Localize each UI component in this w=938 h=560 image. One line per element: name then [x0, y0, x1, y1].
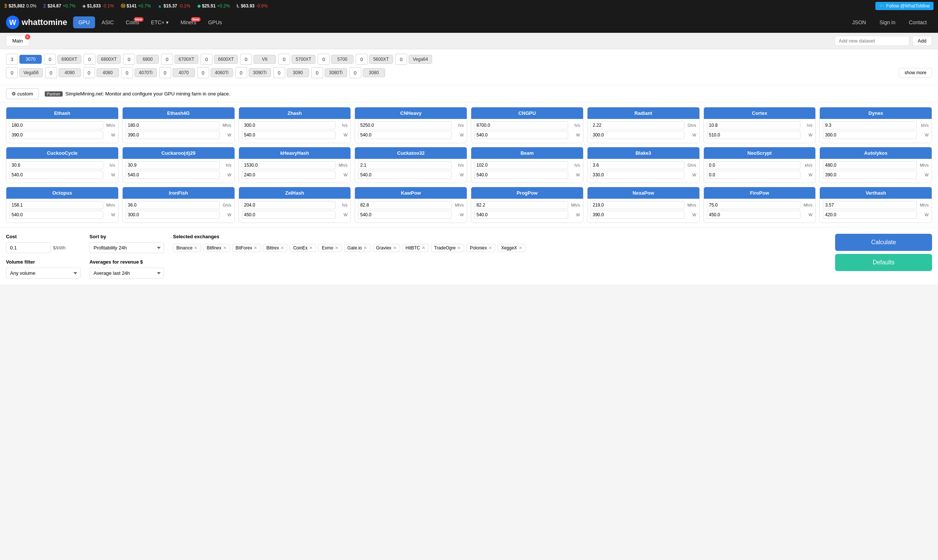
averages-select[interactable]: Average last 24hAverage last 1hCurrent — [89, 268, 164, 278]
gpu-label-vega56[interactable]: Vega56 — [19, 68, 43, 77]
gpu-qty-3090[interactable] — [273, 67, 285, 78]
algo-hashrate-input-octopus[interactable] — [9, 201, 103, 209]
nav-gpu[interactable]: GPU — [73, 16, 95, 28]
algo-power-input-autolykos[interactable] — [823, 171, 917, 179]
gpu-qty-6900xt[interactable] — [44, 54, 56, 65]
exchange-remove-bittrex[interactable]: ✕ — [280, 245, 284, 251]
algo-hashrate-input-cuckatoo32[interactable] — [358, 161, 452, 169]
algo-power-input-octopus[interactable] — [9, 211, 103, 219]
defaults-button[interactable]: Defaults — [835, 254, 932, 271]
gpu-label-4080[interactable]: 4080 — [97, 68, 119, 77]
gpu-qty-6600xt[interactable] — [201, 54, 212, 65]
gpu-qty-6700xt[interactable] — [161, 54, 173, 65]
gpu-qty-3070[interactable] — [6, 54, 18, 65]
gpu-qty-6800[interactable] — [123, 54, 135, 65]
algo-header-octopus[interactable]: Octopus — [6, 187, 118, 199]
volume-select[interactable]: Any volumeHigh volumeMedium volume — [6, 268, 80, 278]
algo-hashrate-input-radiant[interactable] — [590, 121, 684, 129]
dataset-input[interactable] — [835, 36, 909, 46]
gpu-qty-vega56[interactable] — [6, 67, 18, 78]
algo-power-input-cortex[interactable] — [707, 131, 801, 139]
algo-power-input-kheavyhash[interactable] — [242, 171, 336, 179]
gpu-qty-vii[interactable] — [240, 54, 252, 65]
algo-power-input-zelhash[interactable] — [242, 211, 336, 219]
algo-hashrate-input-kawpow[interactable] — [358, 201, 452, 209]
gpu-label-6600xt[interactable]: 6600XT — [214, 55, 238, 64]
gpu-label-4060ti[interactable]: 4060Ti — [211, 68, 233, 77]
exchange-remove-graviex[interactable]: ✕ — [393, 245, 397, 251]
nav-etc[interactable]: ETC+ ▾ — [146, 16, 174, 28]
gpu-label-3070[interactable]: 3070 — [19, 55, 42, 64]
algo-power-input-ironfish[interactable] — [126, 211, 220, 219]
algo-hashrate-input-blake3[interactable] — [590, 161, 684, 169]
algo-header-dynex[interactable]: Dynex — [820, 108, 932, 119]
algo-header-zelhash[interactable]: ZelHash — [239, 187, 351, 199]
gpu-qty-3080ti[interactable] — [311, 67, 323, 78]
gpu-label-4090[interactable]: 4090 — [58, 68, 81, 77]
algo-header-cuckarood29[interactable]: Cuckaroo(d)29 — [123, 147, 235, 159]
exchange-remove-xeggex[interactable]: ✕ — [518, 245, 522, 251]
gpu-qty-4070ti[interactable] — [121, 67, 133, 78]
algo-hashrate-input-neoscrypt[interactable] — [707, 161, 801, 169]
algo-header-zhash[interactable]: Zhash — [239, 108, 351, 119]
algo-hashrate-input-cnheavy[interactable] — [358, 121, 452, 129]
algo-power-input-cuckarood29[interactable] — [126, 171, 220, 179]
algo-power-input-progpow[interactable] — [474, 211, 568, 219]
algo-hashrate-input-dynex[interactable] — [823, 121, 917, 129]
sortby-select[interactable]: Profitability 24hProfitability 1hProfita… — [89, 242, 164, 253]
algo-power-input-beam[interactable] — [474, 171, 568, 179]
algo-header-autolykos[interactable]: Autolykos — [820, 147, 932, 159]
algo-power-input-neoscrypt[interactable] — [707, 171, 801, 179]
algo-power-input-verthash[interactable] — [823, 211, 917, 219]
gpu-qty-4070[interactable] — [159, 67, 171, 78]
gpu-label-4070ti[interactable]: 4070Ti — [135, 68, 157, 77]
gpu-qty-3080[interactable] — [349, 67, 361, 78]
algo-header-verthash[interactable]: Verthash — [820, 187, 932, 199]
algo-hashrate-input-cngpu[interactable] — [474, 121, 568, 129]
gpu-label-3090[interactable]: 3090 — [287, 68, 309, 77]
gpu-label-5600xt[interactable]: 5600XT — [369, 55, 393, 64]
algo-hashrate-input-zhash[interactable] — [242, 121, 336, 129]
algo-power-input-blake3[interactable] — [590, 171, 684, 179]
algo-hashrate-input-autolykos[interactable] — [823, 161, 917, 169]
gpu-label-3080ti[interactable]: 3080Ti — [325, 68, 347, 77]
algo-header-cuckatoo32[interactable]: Cuckatoo32 — [355, 147, 467, 159]
algo-power-input-cngpu[interactable] — [474, 131, 568, 139]
algo-header-ethash[interactable]: Ethash — [6, 108, 118, 119]
exchange-remove-binance[interactable]: ✕ — [194, 245, 198, 251]
exchange-remove-hitbtc[interactable]: ✕ — [422, 245, 425, 251]
algo-hashrate-input-kheavyhash[interactable] — [242, 161, 336, 169]
algo-hashrate-input-beam[interactable] — [474, 161, 568, 169]
gpu-qty-5700xt[interactable] — [278, 54, 290, 65]
exchange-remove-tradeogre[interactable]: ✕ — [457, 245, 461, 251]
algo-header-blake3[interactable]: Blake3 — [587, 147, 700, 159]
algo-hashrate-input-cuckarood29[interactable] — [126, 161, 220, 169]
algo-power-input-firopow[interactable] — [707, 211, 801, 219]
gpu-label-6800xt[interactable]: 6800XT — [97, 55, 121, 64]
close-tab-button[interactable]: ✕ — [25, 34, 30, 40]
nav-coins[interactable]: Coins New — [120, 16, 144, 28]
nav-miners[interactable]: Miners New — [175, 16, 201, 28]
gpu-label-5700xt[interactable]: 5700XT — [292, 55, 315, 64]
algo-power-input-kawpow[interactable] — [358, 211, 452, 219]
algo-header-kheavyhash[interactable]: kHeavyHash — [239, 147, 351, 159]
algo-hashrate-input-verthash[interactable] — [823, 201, 917, 209]
custom-button[interactable]: ⚙ custom — [6, 88, 39, 99]
nav-json[interactable]: JSON — [847, 16, 871, 28]
calculate-button[interactable]: Calculate — [835, 234, 932, 251]
algo-header-cortex[interactable]: Cortex — [704, 108, 816, 119]
algo-header-progpow[interactable]: ProgPow — [471, 187, 583, 199]
exchange-remove-coinex[interactable]: ✕ — [309, 245, 313, 251]
algo-header-neoscrypt[interactable]: NeoScrypt — [704, 147, 816, 159]
algo-header-nexapow[interactable]: NexaPow — [587, 187, 700, 199]
gpu-qty-vega64[interactable] — [395, 54, 407, 65]
gpu-label-6800[interactable]: 6800 — [137, 55, 159, 64]
gpu-label-6700xt[interactable]: 6700XT — [174, 55, 198, 64]
algo-header-cngpu[interactable]: CNGPU — [471, 108, 583, 119]
algo-header-ethash4g[interactable]: Ethash4G — [123, 108, 235, 119]
algo-hashrate-input-nexapow[interactable] — [590, 201, 684, 209]
algo-power-input-nexapow[interactable] — [590, 211, 684, 219]
algo-hashrate-input-ironfish[interactable] — [126, 201, 220, 209]
exchange-remove-exmo[interactable]: ✕ — [335, 245, 338, 251]
algo-header-ironfish[interactable]: IronFish — [123, 187, 235, 199]
